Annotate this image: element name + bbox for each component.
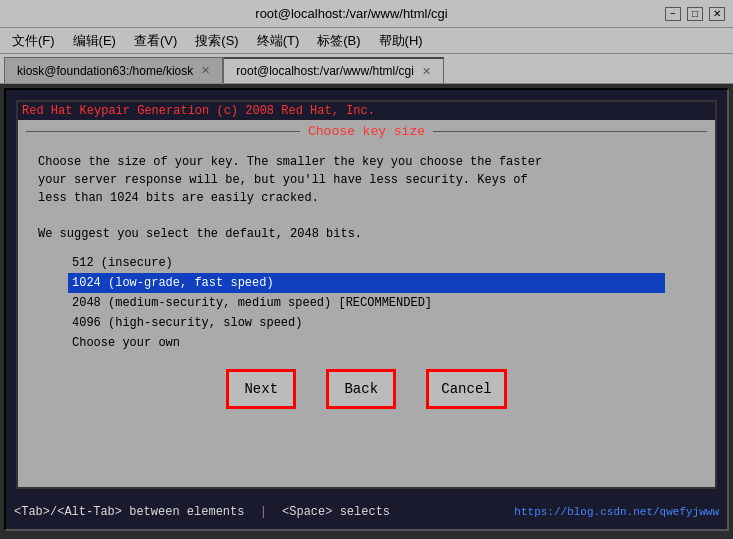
title-bar: root@localhost:/var/www/html/cgi − □ ✕ [0, 0, 733, 28]
description-line-1: Choose the size of your key. The smaller… [38, 153, 695, 171]
option-512[interactable]: 512 (insecure) [68, 253, 665, 273]
status-url: https://blog.csdn.net/qwefyjwww [514, 506, 719, 518]
button-row: Next Back Cancel [38, 369, 695, 409]
tab-bar: kiosk@foundation63:/home/kiosk ✕ root@lo… [0, 54, 733, 84]
option-custom[interactable]: Choose your own [68, 333, 665, 353]
options-container: 512 (insecure) 1024 (low-grade, fast spe… [68, 253, 665, 353]
tab-root-close[interactable]: ✕ [422, 65, 431, 78]
menu-tabs[interactable]: 标签(B) [309, 30, 368, 52]
status-space-hint: <Space> selects [282, 505, 390, 519]
menu-help[interactable]: 帮助(H) [371, 30, 431, 52]
dialog-title-text: Choose key size [308, 124, 425, 139]
menu-bar: 文件(F) 编辑(E) 查看(V) 搜索(S) 终端(T) 标签(B) 帮助(H… [0, 28, 733, 54]
status-left-text: <Tab>/<Alt-Tab> between elements | <Spac… [14, 505, 514, 519]
option-4096[interactable]: 4096 (high-security, slow speed) [68, 313, 665, 333]
option-2048[interactable]: 2048 (medium-security, medium speed) [RE… [68, 293, 665, 313]
option-1024[interactable]: 1024 (low-grade, fast speed) [68, 273, 665, 293]
description-line-3: less than 1024 bits are easily cracked. [38, 189, 695, 207]
menu-view[interactable]: 查看(V) [126, 30, 185, 52]
dialog-top-label: Red Hat Keypair Generation (c) 2008 Red … [18, 102, 715, 120]
tab-kiosk-close[interactable]: ✕ [201, 64, 210, 77]
cancel-button[interactable]: Cancel [426, 369, 506, 409]
next-button[interactable]: Next [226, 369, 296, 409]
description-line-4: We suggest you select the default, 2048 … [38, 225, 695, 243]
dialog-container: Red Hat Keypair Generation (c) 2008 Red … [16, 100, 717, 489]
terminal-area: Red Hat Keypair Generation (c) 2008 Red … [4, 88, 729, 531]
tab-kiosk[interactable]: kiosk@foundation63:/home/kiosk ✕ [4, 57, 223, 83]
tab-kiosk-label: kiosk@foundation63:/home/kiosk [17, 64, 193, 78]
tab-root[interactable]: root@localhost:/var/www/html/cgi ✕ [223, 57, 444, 83]
menu-edit[interactable]: 编辑(E) [65, 30, 124, 52]
status-tab-hint: <Tab>/<Alt-Tab> between elements [14, 505, 244, 519]
menu-file[interactable]: 文件(F) [4, 30, 63, 52]
back-button[interactable]: Back [326, 369, 396, 409]
tab-root-label: root@localhost:/var/www/html/cgi [236, 64, 414, 78]
minimize-button[interactable]: − [665, 7, 681, 21]
menu-search[interactable]: 搜索(S) [187, 30, 246, 52]
status-bar: <Tab>/<Alt-Tab> between elements | <Spac… [10, 495, 723, 529]
maximize-button[interactable]: □ [687, 7, 703, 21]
close-button[interactable]: ✕ [709, 7, 725, 21]
menu-terminal[interactable]: 终端(T) [249, 30, 308, 52]
dialog-body: Choose the size of your key. The smaller… [18, 143, 715, 419]
title-bar-controls: − □ ✕ [665, 7, 725, 21]
title-bar-text: root@localhost:/var/www/html/cgi [38, 6, 665, 21]
description-line-2: your server response will be, but you'll… [38, 171, 695, 189]
dialog-title-row: Choose key size [18, 124, 715, 139]
